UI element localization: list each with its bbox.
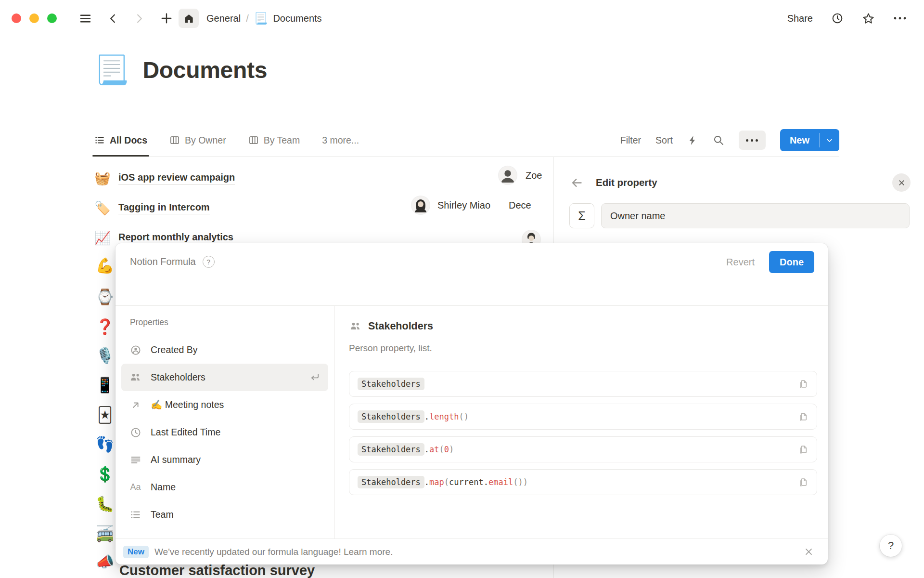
code-token: ( xyxy=(459,412,464,421)
row-emoji-icon: ⌚ xyxy=(95,289,115,304)
property-label: ✍️ Meeting notes xyxy=(151,399,224,410)
code-token: ( xyxy=(439,445,444,454)
table-row[interactable]: 🧺 iOS app review campaign Zoe xyxy=(94,163,553,193)
new-button-caret[interactable] xyxy=(820,129,839,151)
property-label: Team xyxy=(151,509,174,520)
people-icon xyxy=(129,371,142,383)
avatar xyxy=(499,166,517,184)
row-emoji-icon: 📈 xyxy=(94,232,113,245)
search-icon[interactable] xyxy=(713,134,724,146)
property-type-button[interactable]: Σ xyxy=(569,203,594,228)
automation-bolt-icon[interactable] xyxy=(687,135,698,146)
row-title[interactable]: Tagging in Intercom xyxy=(118,202,210,214)
property-name-input[interactable] xyxy=(601,203,910,228)
panel-close-button[interactable] xyxy=(892,173,911,192)
formula-help-icon[interactable]: ? xyxy=(203,256,215,268)
formula-example-row[interactable]: Stakeholders.map(current.email()) xyxy=(349,469,817,495)
detail-description: Person property, list. xyxy=(349,343,817,354)
code-token: ) xyxy=(464,412,469,421)
owner-cell[interactable]: Shirley Miao Dece xyxy=(411,196,531,214)
view-tab-bar: All Docs By Owner By Team 3 more... Filt… xyxy=(94,124,839,157)
row-emoji-icon: 👣 xyxy=(95,437,115,452)
property-item-last-edited-time[interactable]: Last Edited Time xyxy=(121,419,328,446)
formula-example-row[interactable]: Stakeholders.length() xyxy=(349,404,817,430)
done-button[interactable]: Done xyxy=(769,251,814,273)
copy-icon[interactable] xyxy=(798,444,808,455)
row-emoji-icon: 📣 xyxy=(95,554,115,569)
code-token: ( xyxy=(444,477,449,487)
document-emoji-icon: 📃 xyxy=(254,12,268,25)
sort-button[interactable]: Sort xyxy=(655,135,673,146)
more-views-button[interactable]: 3 more... xyxy=(322,135,359,146)
filter-button[interactable]: Filter xyxy=(620,135,641,146)
new-page-icon[interactable] xyxy=(160,12,173,25)
tab-by-owner[interactable]: By Owner xyxy=(169,124,226,156)
zoom-window-button[interactable] xyxy=(47,13,57,23)
property-item-created-by[interactable]: Created By xyxy=(121,336,328,364)
property-item-meeting-notes[interactable]: ✍️ Meeting notes xyxy=(121,391,328,419)
property-item-name[interactable]: AaName xyxy=(121,473,328,501)
row-emoji-icon: 🚎 xyxy=(95,526,115,541)
code-token: . xyxy=(424,477,429,487)
row-title[interactable]: Customer satisfaction survey xyxy=(119,563,315,578)
updates-clock-icon[interactable] xyxy=(831,12,844,25)
code-token: Stakeholders xyxy=(358,410,424,423)
date-cell: Dece xyxy=(509,200,531,211)
copy-icon[interactable] xyxy=(798,477,808,487)
formula-editor-title: Notion Formula xyxy=(130,256,196,267)
revert-button[interactable]: Revert xyxy=(726,257,755,268)
tab-label: By Team xyxy=(264,135,300,146)
property-item-ai-summary[interactable]: AI summary xyxy=(121,446,328,473)
sidebar-menu-icon[interactable] xyxy=(79,12,92,25)
code-token: 0 xyxy=(444,445,449,454)
breadcrumb: General / 📃 Documents xyxy=(206,12,322,25)
favorite-star-icon[interactable] xyxy=(862,12,875,25)
formula-example-row[interactable]: Stakeholders xyxy=(349,371,817,397)
owner-name: Shirley Miao xyxy=(437,200,490,211)
formula-input[interactable] xyxy=(116,274,828,305)
code-token: ) xyxy=(449,445,454,454)
formula-example-row[interactable]: Stakeholders.at(0) xyxy=(349,436,817,462)
tab-by-team[interactable]: By Team xyxy=(248,124,300,156)
code-token: . xyxy=(424,445,429,454)
detail-title: Stakeholders xyxy=(368,320,433,332)
property-item-team[interactable]: Team xyxy=(121,501,328,528)
banner-close-icon[interactable] xyxy=(804,547,813,556)
avatar xyxy=(411,196,430,214)
close-window-button[interactable] xyxy=(12,13,21,23)
tab-all-docs[interactable]: All Docs xyxy=(94,124,147,156)
new-badge: New xyxy=(123,546,149,558)
back-button[interactable] xyxy=(107,13,118,24)
owner-cell[interactable]: Zoe xyxy=(499,166,542,184)
row-emoji-icon: 💲 xyxy=(95,467,115,482)
list-icon xyxy=(94,135,105,145)
panel-title: Edit property xyxy=(596,177,657,188)
breadcrumb-section[interactable]: General xyxy=(206,13,241,24)
copy-icon[interactable] xyxy=(798,379,808,389)
copy-icon[interactable] xyxy=(798,411,808,422)
owner-name: Zoe xyxy=(526,170,542,181)
row-emoji-icon: 🃏 xyxy=(95,407,115,422)
home-button[interactable] xyxy=(179,9,199,28)
row-title[interactable]: Report monthly analytics xyxy=(118,232,233,244)
table-row[interactable]: 🏷️ Tagging in Intercom Shirley Miao Dece xyxy=(94,193,553,223)
return-key-icon xyxy=(309,372,321,383)
clock-icon xyxy=(129,427,142,438)
panel-back-icon[interactable] xyxy=(570,176,583,189)
forward-button[interactable] xyxy=(134,13,145,24)
board-icon xyxy=(169,135,180,145)
minimize-window-button[interactable] xyxy=(29,13,39,23)
property-item-stakeholders[interactable]: Stakeholders xyxy=(121,364,328,391)
more-options-icon[interactable] xyxy=(893,16,907,21)
view-options-button[interactable] xyxy=(739,131,766,150)
page-emoji-icon[interactable]: 📃 xyxy=(94,56,129,84)
aa-icon: Aa xyxy=(129,482,142,492)
help-button[interactable]: ? xyxy=(880,535,902,557)
breadcrumb-page[interactable]: Documents xyxy=(273,13,321,24)
new-button-main[interactable]: New xyxy=(780,129,819,151)
row-title[interactable]: iOS app review campaign xyxy=(118,172,235,184)
property-label: Stakeholders xyxy=(151,372,205,383)
share-button[interactable]: Share xyxy=(787,13,813,24)
row-emoji-icon: 💪 xyxy=(95,258,115,273)
row-emoji-icon: 📱 xyxy=(95,378,115,393)
